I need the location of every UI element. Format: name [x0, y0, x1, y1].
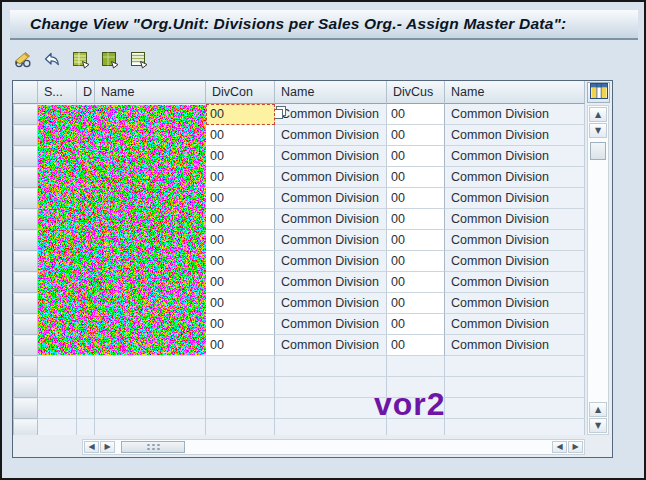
cell-name-3: Common Division — [445, 104, 585, 125]
select-block-button[interactable] — [128, 50, 150, 72]
cell-divcon-input[interactable]: 00 — [206, 230, 275, 251]
cell-divcon-input[interactable]: 00 — [206, 188, 275, 209]
scroll-page-up-icon[interactable]: ▲ — [589, 402, 607, 417]
scroll-page-left-icon[interactable]: ◀ — [552, 441, 567, 453]
cell-name-2: Common Division — [275, 125, 387, 146]
empty-cell — [206, 356, 275, 377]
cell-divcus-input[interactable]: 00 — [387, 272, 445, 293]
cell-divcon-input[interactable]: 00 — [206, 125, 275, 146]
row-selector[interactable] — [13, 146, 38, 167]
scroll-page-right-icon[interactable]: ▶ — [568, 441, 583, 453]
cell-name-3: Common Division — [445, 230, 585, 251]
header-divcus[interactable]: DivCus — [387, 81, 445, 104]
cell-divcus-input[interactable]: 00 — [387, 314, 445, 335]
cell-name-2-text: Common Division — [281, 107, 379, 121]
scroll-up-icon[interactable]: ▲ — [589, 107, 607, 122]
empty-cell — [445, 398, 585, 419]
scroll-right-icon[interactable]: ▶ — [100, 441, 115, 453]
row-selector[interactable] — [13, 398, 38, 419]
cell-divcus-input[interactable]: 00 — [387, 335, 445, 356]
undo-button[interactable] — [41, 50, 63, 72]
row-selector[interactable] — [13, 125, 38, 146]
cell-divcus-input[interactable]: 00 — [387, 125, 445, 146]
header-name-1[interactable]: Name — [95, 81, 206, 104]
header-name-2[interactable]: Name — [275, 81, 387, 104]
table-insert-icon — [71, 50, 91, 73]
row-selector[interactable] — [13, 335, 38, 356]
cell-name-3: Common Division — [445, 314, 585, 335]
row-selector[interactable] — [13, 230, 38, 251]
empty-cell — [77, 377, 95, 398]
horizontal-scroll-thumb[interactable] — [121, 441, 185, 453]
row-selector[interactable] — [13, 293, 38, 314]
cell-divcon-input[interactable]: 00 — [206, 251, 275, 272]
row-selector[interactable] — [13, 104, 38, 125]
cell-divcus-input[interactable]: 00 — [387, 251, 445, 272]
cell-divcus-input[interactable]: 00 — [387, 230, 445, 251]
empty-cell — [95, 356, 206, 377]
row-selector[interactable] — [13, 377, 38, 398]
row-selector[interactable] — [13, 356, 38, 377]
cell-divcus-input[interactable]: 00 — [387, 293, 445, 314]
cell-divcon-input[interactable]: 00 — [206, 167, 275, 188]
empty-cell — [77, 419, 95, 435]
cell-divcon-input[interactable]: 00 — [206, 104, 275, 125]
undo-arrow-icon — [42, 50, 62, 73]
cell-name-2: Common Division — [275, 188, 387, 209]
annotation-vor2: vor2 — [374, 386, 446, 423]
row-selector[interactable] — [13, 314, 38, 335]
header-name-3[interactable]: Name — [445, 81, 585, 104]
cell-name-2: Common Division — [275, 104, 387, 125]
display-change-button[interactable] — [12, 50, 34, 72]
table-config-button[interactable] — [587, 82, 610, 103]
row-selector[interactable] — [13, 272, 38, 293]
empty-cell — [445, 356, 585, 377]
empty-cell — [95, 377, 206, 398]
vertical-scrollbar[interactable]: ▲ ▼ ▲ ▼ — [587, 105, 609, 435]
empty-cell — [275, 356, 387, 377]
cell-divcus-input[interactable]: 00 — [387, 188, 445, 209]
cell-divcus-input[interactable]: 00 — [387, 104, 445, 125]
cell-name-2: Common Division — [275, 230, 387, 251]
pencil-glasses-icon — [13, 50, 33, 73]
cell-name-2: Common Division — [275, 272, 387, 293]
cell-name-2-text: Common Division — [281, 296, 379, 310]
empty-table-row — [13, 356, 585, 377]
cell-name-3: Common Division — [445, 188, 585, 209]
header-divcon[interactable]: DivCon — [206, 81, 275, 104]
cell-divcon-input[interactable]: 00 — [206, 272, 275, 293]
copy-pages-icon[interactable] — [275, 105, 287, 120]
cell-divcon-input[interactable]: 00 — [206, 335, 275, 356]
copy-entries-button[interactable] — [99, 50, 121, 72]
empty-table-row — [13, 398, 585, 419]
header-sorg[interactable]: S... — [38, 81, 77, 104]
row-selector[interactable] — [13, 167, 38, 188]
empty-cell — [275, 377, 387, 398]
new-entries-button[interactable] — [70, 50, 92, 72]
row-selector[interactable] — [13, 251, 38, 272]
row-selector[interactable] — [13, 419, 38, 435]
header-selector[interactable] — [13, 81, 38, 104]
header-division[interactable]: D — [77, 81, 95, 104]
empty-cell — [275, 419, 387, 435]
scroll-page-down-icon[interactable]: ▼ — [589, 418, 607, 433]
cell-name-3: Common Division — [445, 251, 585, 272]
cell-divcus-input[interactable]: 00 — [387, 209, 445, 230]
vertical-scroll-thumb[interactable] — [590, 142, 606, 160]
empty-cell — [445, 419, 585, 435]
cell-divcus-input[interactable]: 00 — [387, 146, 445, 167]
table-copy-icon — [100, 50, 120, 73]
scroll-down-icon[interactable]: ▼ — [589, 123, 607, 138]
cell-divcon-input[interactable]: 00 — [206, 314, 275, 335]
cell-divcon-input[interactable]: 00 — [206, 293, 275, 314]
horizontal-scrollbar[interactable]: ◀ ▶ ◀ ▶ — [82, 439, 585, 455]
cell-divcon-input[interactable]: 00 — [206, 146, 275, 167]
cell-divcus-input[interactable]: 00 — [387, 167, 445, 188]
cell-name-2-text: Common Division — [281, 233, 379, 247]
cell-divcon-input[interactable]: 00 — [206, 209, 275, 230]
empty-cell — [38, 356, 77, 377]
row-selector[interactable] — [13, 209, 38, 230]
scroll-left-icon[interactable]: ◀ — [84, 441, 99, 453]
empty-cell — [206, 419, 275, 435]
row-selector[interactable] — [13, 188, 38, 209]
